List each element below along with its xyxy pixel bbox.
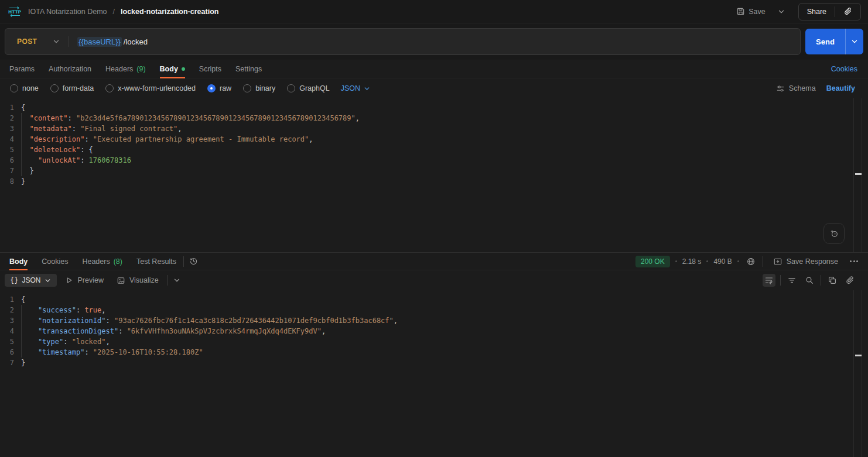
breadcrumb-request-name[interactable]: locked-notarization-creation bbox=[121, 8, 218, 16]
response-tab-headers[interactable]: Headers(8) bbox=[75, 253, 129, 270]
response-more-actions-button[interactable] bbox=[848, 259, 860, 264]
request-body-editor[interactable]: 1{2 "content": "b2c3d4e5f6a7890123456789… bbox=[0, 98, 868, 253]
copy-link-button[interactable] bbox=[835, 4, 860, 20]
code-line: 3 "notarizationId": "93ac7626fbc76f1c14c… bbox=[0, 315, 868, 326]
preview-button[interactable]: Preview bbox=[60, 274, 108, 287]
code-line: 2 "success": true, bbox=[0, 305, 868, 315]
method-selector[interactable]: POST bbox=[5, 29, 69, 54]
filter-icon bbox=[787, 276, 797, 285]
clock-history-icon bbox=[189, 257, 198, 266]
share-button[interactable]: Share bbox=[799, 4, 835, 20]
send-button[interactable]: Send bbox=[805, 29, 845, 54]
format-options-button[interactable] bbox=[171, 274, 183, 286]
code-line: 1{ bbox=[0, 102, 868, 113]
cookies-link[interactable]: Cookies bbox=[831, 65, 857, 73]
code-line: 4 "description": "Executed partnership a… bbox=[0, 134, 868, 145]
response-body-viewer[interactable]: 1{2 "success": true,3 "notarizationId": … bbox=[0, 290, 868, 457]
body-type-raw[interactable]: raw bbox=[202, 84, 237, 92]
tab-params[interactable]: Params bbox=[2, 60, 42, 78]
modified-dot-icon bbox=[182, 67, 185, 71]
divider bbox=[821, 275, 821, 286]
response-link-button[interactable] bbox=[843, 274, 856, 287]
visualize-button[interactable]: Visualize bbox=[112, 274, 163, 287]
code-line: 6 "unlockAt": 1760678316 bbox=[0, 155, 868, 166]
body-type-urlencoded[interactable]: x-www-form-urlencoded bbox=[100, 84, 201, 92]
postbot-button[interactable] bbox=[823, 223, 845, 244]
response-tab-test-results[interactable]: Test Results bbox=[129, 253, 183, 270]
code-line: 7 } bbox=[0, 166, 868, 176]
app-root: HTTP IOTA Notarization Demo / locked-not… bbox=[0, 0, 868, 457]
wrap-text-button[interactable] bbox=[763, 274, 775, 287]
http-request-icon: HTTP bbox=[7, 6, 22, 18]
globe-icon bbox=[746, 257, 756, 266]
code-line: 5 "deleteLock": { bbox=[0, 145, 868, 155]
header-bar: HTTP IOTA Notarization Demo / locked-not… bbox=[0, 0, 868, 23]
filter-button[interactable] bbox=[785, 274, 798, 287]
response-tab-cookies[interactable]: Cookies bbox=[35, 253, 75, 270]
copy-button[interactable] bbox=[826, 274, 839, 287]
radio-icon bbox=[10, 84, 18, 92]
link-icon bbox=[845, 276, 855, 285]
sliders-icon bbox=[776, 84, 785, 93]
editor-scrollbar[interactable] bbox=[853, 98, 862, 252]
breadcrumb-separator: / bbox=[113, 8, 115, 16]
postbot-sparkle-icon bbox=[829, 229, 839, 239]
search-icon bbox=[805, 276, 814, 285]
response-tab-body[interactable]: Body bbox=[2, 253, 35, 270]
response-format-selector[interactable]: {} JSON bbox=[5, 274, 57, 287]
send-options-button[interactable] bbox=[845, 29, 863, 54]
header-actions: Save Share bbox=[732, 3, 861, 20]
network-info-button[interactable] bbox=[744, 255, 757, 268]
tab-headers[interactable]: Headers(9) bbox=[98, 60, 153, 78]
more-icon bbox=[850, 260, 858, 262]
search-button[interactable] bbox=[803, 274, 816, 287]
response-toolbar-right bbox=[763, 274, 863, 287]
radio-icon bbox=[287, 84, 295, 92]
response-scrollbar[interactable] bbox=[853, 290, 862, 457]
response-tabs: Body Cookies Headers(8) Test Results 200… bbox=[0, 253, 868, 270]
body-type-graphql[interactable]: GraphQL bbox=[282, 84, 334, 92]
response-headers-count: (8) bbox=[114, 257, 122, 266]
code-line: 3 "metadata": "Final signed contract", bbox=[0, 123, 868, 134]
breadcrumb: HTTP IOTA Notarization Demo / locked-not… bbox=[7, 6, 218, 18]
schema-button[interactable]: Schema bbox=[776, 84, 816, 93]
tab-authorization[interactable]: Authorization bbox=[42, 60, 98, 78]
tab-scripts[interactable]: Scripts bbox=[192, 60, 228, 78]
body-type-form-data[interactable]: form-data bbox=[45, 84, 100, 92]
response-history-button[interactable] bbox=[187, 253, 200, 270]
beautify-button[interactable]: Beautify bbox=[826, 84, 855, 92]
save-response-button[interactable]: Save Response bbox=[768, 255, 843, 269]
url-input[interactable]: {{baseURL}} /locked bbox=[69, 29, 800, 54]
divider bbox=[167, 275, 168, 286]
breadcrumb-collection[interactable]: IOTA Notarization Demo bbox=[28, 8, 107, 16]
chevron-down-icon bbox=[52, 37, 60, 46]
save-label: Save bbox=[749, 8, 766, 16]
tab-body[interactable]: Body bbox=[153, 60, 192, 78]
body-type-binary[interactable]: binary bbox=[238, 84, 281, 92]
divider bbox=[780, 275, 781, 286]
code-line: 1{ bbox=[0, 294, 868, 305]
code-line: 5 "type": "locked", bbox=[0, 336, 868, 347]
dot-separator bbox=[675, 260, 677, 262]
language-selector[interactable]: JSON bbox=[341, 84, 371, 92]
link-icon bbox=[843, 7, 852, 16]
body-type-none[interactable]: none bbox=[5, 84, 44, 92]
save-button[interactable]: Save bbox=[732, 4, 770, 19]
response-time: 2.18 s bbox=[682, 257, 702, 266]
image-icon bbox=[117, 276, 125, 285]
save-options-button[interactable] bbox=[773, 4, 790, 19]
chevron-down-icon bbox=[363, 85, 371, 92]
chevron-down-icon bbox=[777, 8, 785, 16]
request-url-row: POST {{baseURL}} /locked Send bbox=[0, 23, 868, 60]
radio-icon bbox=[50, 84, 59, 92]
dot-separator bbox=[737, 260, 739, 262]
chevron-down-icon bbox=[44, 277, 52, 284]
divider bbox=[763, 256, 763, 267]
code-line: 8} bbox=[0, 176, 868, 187]
url-bar: POST {{baseURL}} /locked bbox=[5, 28, 801, 55]
request-code: 1{2 "content": "b2c3d4e5f6a7890123456789… bbox=[0, 98, 868, 187]
chevron-down-icon bbox=[850, 37, 859, 46]
scrollbar-marker bbox=[855, 173, 862, 175]
tab-settings[interactable]: Settings bbox=[228, 60, 269, 78]
scrollbar-marker bbox=[855, 355, 862, 356]
